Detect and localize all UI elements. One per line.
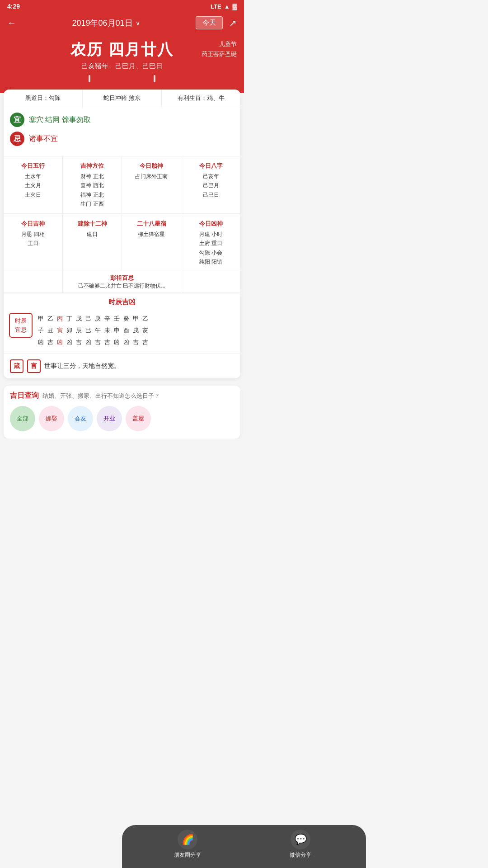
ji-text: 诸事不宜 bbox=[29, 134, 58, 144]
shichen-row: 时辰 宜忌 甲 乙 丙 丁 戊 己 庚 辛 壬 癸 甲 乙 子 丑 寅 bbox=[4, 309, 240, 354]
slider-indicators bbox=[7, 75, 237, 82]
jiri-sub: 结婚、开张、搬家、出行不知道怎么选日子？ bbox=[42, 392, 160, 400]
jiri-header: 吉日查询 结婚、开张、搬家、出行不知道怎么选日子？ bbox=[10, 391, 234, 401]
shichen-title: 时辰吉凶 bbox=[4, 293, 240, 309]
wuxing-line2: 土火月 bbox=[6, 181, 60, 190]
status-time: 4:29 bbox=[7, 3, 20, 10]
bazi-line1: 己亥年 bbox=[184, 172, 238, 181]
yi-text: 塞穴 结网 馀事勿取 bbox=[29, 115, 91, 125]
xingxiu-title: 二十八星宿 bbox=[125, 219, 178, 229]
pengzu-title: 彭祖百忌 bbox=[66, 274, 177, 282]
xiongshen-line4: 纯阳 阳错 bbox=[184, 257, 238, 266]
festival-2: 药王菩萨圣诞 bbox=[202, 49, 237, 59]
shichen-luck: 凶 吉 凶 凶 吉 凶 吉 吉 凶 凶 吉 吉 bbox=[38, 336, 235, 348]
quote-section: 箴 言 世事让三分，天地自然宽。 bbox=[4, 354, 240, 378]
taishen-title: 今日胎神 bbox=[125, 161, 178, 171]
battery-icon: ▓ bbox=[233, 3, 237, 10]
ji-row: 忌 诸事不宜 bbox=[10, 132, 234, 146]
bazi-line2: 己巳月 bbox=[184, 181, 238, 190]
signal-icon: ▲ bbox=[224, 3, 230, 10]
ji-badge: 忌 bbox=[10, 132, 24, 146]
festival-area: 儿童节 药王菩萨圣诞 bbox=[202, 39, 237, 59]
yi-ji-section: 宜 塞穴 结网 馀事勿取 忌 诸事不宜 bbox=[4, 107, 240, 156]
info-tabs: 黑道日：勾陈 蛇日冲猪 煞东 有利生肖：鸡、牛 bbox=[4, 90, 240, 107]
yi-row: 宜 塞穴 结网 馀事勿取 bbox=[10, 113, 234, 127]
category-jiajü[interactable]: 嫁娶 bbox=[39, 406, 64, 431]
wuxing-line3: 土火日 bbox=[6, 190, 60, 199]
grid-xingxiu: 二十八星宿 柳土獐宿星 bbox=[122, 214, 181, 272]
xingxiu-line1: 柳土獐宿星 bbox=[125, 230, 178, 239]
xiongshen-line3: 勾陈 小会 bbox=[184, 248, 238, 257]
jishen2-line1: 月恩 四相 bbox=[6, 230, 60, 239]
info-tab-3: 有利生肖：鸡、牛 bbox=[162, 90, 240, 107]
grid-jishen: 今日吉神 月恩 四相 王日 bbox=[4, 214, 63, 272]
nav-actions: 今天 ↗ bbox=[196, 16, 237, 29]
grid-taishen: 今日胎神 占门床外正南 bbox=[122, 156, 181, 214]
jishen-title: 今日吉神 bbox=[6, 219, 60, 229]
category-kaiyo[interactable]: 开业 bbox=[97, 406, 122, 431]
info-tab-2: 蛇日冲猪 煞东 bbox=[83, 90, 162, 107]
grid-wuxing: 今日五行 土水年 土火月 土火日 bbox=[4, 156, 63, 214]
shichen-earthly: 子 丑 寅 卯 辰 巳 午 未 申 酉 戌 亥 bbox=[38, 325, 235, 336]
jiri-section: 吉日查询 结婚、开张、搬家、出行不知道怎么选日子？ 全部 嫁娶 会友 开业 盖屋 bbox=[4, 386, 240, 439]
jishen-line3: 福神 正北 bbox=[66, 190, 119, 199]
chevron-down-icon: ∨ bbox=[136, 19, 140, 27]
lte-icon: LTE bbox=[211, 3, 221, 10]
grid-jishen-fangwei: 吉神方位 财神 正北 喜神 西北 福神 正北 生门 正西 bbox=[63, 156, 122, 214]
xiongshen-title: 今日凶神 bbox=[184, 219, 238, 229]
grid-jianshen: 建除十二神 建日 bbox=[63, 214, 122, 272]
category-gaiwu[interactable]: 盖屋 bbox=[126, 406, 151, 431]
today-button[interactable]: 今天 bbox=[196, 16, 223, 29]
info-grid-2: 今日吉神 月恩 四相 王日 建除十二神 建日 二十八星宿 柳土獐宿星 今日凶神 … bbox=[4, 214, 240, 272]
yi-badge: 宜 bbox=[10, 113, 24, 127]
info-tab-1: 黑道日：勾陈 bbox=[4, 90, 83, 107]
jishen-fangwei-title: 吉神方位 bbox=[66, 161, 119, 171]
taishen-line1: 占门床外正南 bbox=[125, 172, 178, 181]
category-all[interactable]: 全部 bbox=[10, 406, 35, 431]
bazi-line3: 己巳日 bbox=[184, 190, 238, 199]
jishen-line2: 喜神 西北 bbox=[66, 181, 119, 190]
slider-dot-right bbox=[154, 75, 155, 82]
jishen2-line2: 王日 bbox=[6, 239, 60, 248]
quote-badge-1: 箴 bbox=[10, 359, 23, 373]
shichen-table: 甲 乙 丙 丁 戊 己 庚 辛 壬 癸 甲 乙 子 丑 寅 卯 辰 巳 午 bbox=[38, 313, 235, 348]
slider-dot-left bbox=[89, 75, 90, 82]
date-selector[interactable]: 2019年06月01日 ∨ bbox=[72, 18, 140, 28]
status-right: LTE ▲ ▓ bbox=[211, 3, 237, 10]
header-section: 儿童节 药王菩萨圣诞 农历 四月廿八 己亥猪年、己巳月、己巳日 bbox=[0, 35, 244, 93]
festival-1: 儿童节 bbox=[202, 39, 237, 49]
nav-date-label: 2019年06月01日 bbox=[72, 18, 132, 28]
jishen-line1: 财神 正北 bbox=[66, 172, 119, 181]
info-grid-1: 今日五行 土水年 土火月 土火日 吉神方位 财神 正北 喜神 西北 福神 正北 … bbox=[4, 156, 240, 214]
shichen-heavenly: 甲 乙 丙 丁 戊 己 庚 辛 壬 癸 甲 乙 bbox=[38, 313, 235, 325]
jianshen-title: 建除十二神 bbox=[66, 219, 119, 229]
quote-badge-2: 言 bbox=[27, 359, 41, 373]
lunar-sub: 己亥猪年、己巳月、己巳日 bbox=[7, 62, 237, 71]
jianshen-line1: 建日 bbox=[66, 230, 119, 239]
category-huiyou[interactable]: 会友 bbox=[68, 406, 93, 431]
category-row: 全部 嫁娶 会友 开业 盖屋 bbox=[10, 404, 234, 433]
pengzu-cell: 彭祖百忌 己不破券二比并亡 巳不远行财物伏... bbox=[63, 271, 181, 292]
top-nav: ← 2019年06月01日 ∨ 今天 ↗ bbox=[0, 13, 244, 35]
shichen-stamp-line1: 时辰 bbox=[14, 316, 28, 326]
main-card: 黑道日：勾陈 蛇日冲猪 煞东 有利生肖：鸡、牛 宜 塞穴 结网 馀事勿取 忌 诸… bbox=[4, 90, 240, 378]
jiri-title: 吉日查询 bbox=[10, 391, 39, 401]
bazi-title: 今日八字 bbox=[184, 161, 238, 171]
shichen-stamp: 时辰 宜忌 bbox=[9, 313, 33, 338]
grid-xiongshen: 今日凶神 月建 小时 土府 重日 勾陈 小会 纯阳 阳错 bbox=[181, 214, 240, 272]
share-icon[interactable]: ↗ bbox=[229, 18, 237, 28]
back-button[interactable]: ← bbox=[7, 18, 16, 28]
grid-bazi: 今日八字 己亥年 己巳月 己巳日 bbox=[181, 156, 240, 214]
status-bar: 4:29 LTE ▲ ▓ bbox=[0, 0, 244, 13]
shichen-stamp-line2: 宜忌 bbox=[14, 326, 28, 335]
quote-text: 世事让三分，天地自然宽。 bbox=[44, 362, 120, 370]
wuxing-line1: 土水年 bbox=[6, 172, 60, 181]
jishen-line4: 生门 正西 bbox=[66, 199, 119, 208]
pengzu-row: 彭祖百忌 己不破券二比并亡 巳不远行财物伏... bbox=[4, 271, 240, 293]
xiongshen-line1: 月建 小时 bbox=[184, 230, 238, 239]
wuxing-title: 今日五行 bbox=[6, 161, 60, 171]
xiongshen-line2: 土府 重日 bbox=[184, 239, 238, 248]
pengzu-text: 己不破券二比并亡 巳不远行财物伏... bbox=[66, 282, 177, 290]
